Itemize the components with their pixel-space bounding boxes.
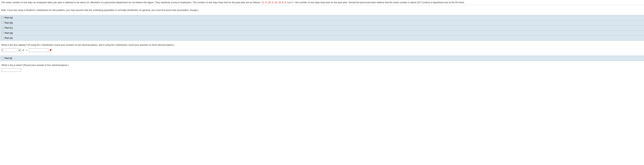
part-f-controls	[2, 68, 642, 72]
variable-x: X	[291, 1, 293, 4]
note-mid: -distribution for the problem, you may a…	[36, 9, 198, 12]
test-statistic-input[interactable]	[29, 48, 48, 52]
minus-icon: −	[2, 57, 4, 59]
parte-q-a: What is the test statistic? (If using th…	[2, 44, 40, 46]
plus-icon: +	[2, 17, 4, 19]
part-e-header[interactable]: − Part (e)	[0, 35, 644, 41]
part-c-label: Part (c)	[5, 26, 13, 30]
check-icon: ✔	[22, 48, 24, 52]
x-icon: ✘	[50, 48, 52, 52]
equals-sign: =	[26, 48, 28, 52]
part-e-controls: t ✔ = ✘	[2, 48, 642, 52]
part-f-header[interactable]: − Part (f)	[0, 56, 644, 61]
plus-icon: +	[2, 27, 4, 29]
part-f-question: What is the p-value? (Round your answer …	[2, 63, 642, 67]
problem-text-3: = the number of sick days they took for …	[293, 1, 464, 4]
plus-icon: +	[2, 22, 4, 24]
data-values: 11; 5; 15; 5; 10; 10; 6; 9.	[262, 1, 287, 4]
problem-statement: The mean number of sick days an employee…	[0, 0, 644, 5]
part-b-header[interactable]: + Part (b)	[0, 20, 644, 26]
note-prefix: Note: If you are using a Student's	[1, 9, 36, 12]
plus-icon: +	[2, 32, 4, 34]
part-a-label: Part (a)	[5, 16, 13, 20]
part-d-label: Part (d)	[5, 31, 13, 35]
part-e-label: Part (e)	[5, 36, 13, 40]
note: Note: If you are using a Student's t-dis…	[0, 5, 644, 15]
part-b-label: Part (b)	[5, 21, 13, 25]
part-f-body: What is the p-value? (Round your answer …	[0, 61, 644, 75]
part-a-header[interactable]: + Part (a)	[0, 15, 644, 20]
part-d-header[interactable]: + Part (d)	[0, 30, 644, 36]
part-c-header[interactable]: + Part (c)	[0, 25, 644, 31]
ital-p: p	[14, 64, 15, 66]
p-value-input[interactable]	[2, 68, 21, 72]
problem-text-1: The mean number of sick days an employee…	[1, 1, 262, 4]
problem-text-2: Let	[287, 1, 291, 4]
parte-q-c: distribution round your answers to three…	[116, 44, 174, 46]
part-e-question: What is the test statistic? (If using th…	[2, 43, 642, 47]
part-f-label: Part (f)	[5, 56, 12, 60]
partf-q-b: -value? (Round your answer to four decim…	[15, 64, 69, 66]
partf-q-a: What is the	[2, 64, 14, 66]
distribution-select[interactable]: t	[2, 48, 21, 52]
parte-q-b: distribution round your answers to two d…	[42, 44, 115, 46]
minus-icon: −	[2, 37, 4, 39]
part-e-body: What is the test statistic? (If using th…	[0, 41, 644, 56]
